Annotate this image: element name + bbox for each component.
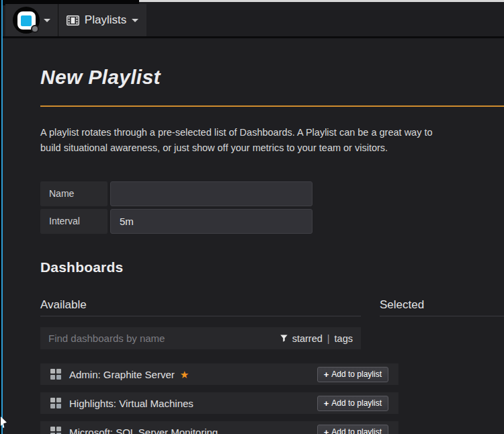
plus-icon: + [324,370,329,379]
available-column-heading: Available [40,298,361,316]
dashboard-grid-icon [50,398,61,408]
add-to-playlist-label: Add to playlist [331,370,382,379]
available-dashboard-list: Admin: Graphite Server ★ + Add to playli… [40,363,398,434]
dashboard-title: Microsoft: SQL Server Monitoring [69,427,218,434]
dashboard-grid-icon [50,427,61,434]
dashboard-search-input[interactable] [40,333,280,344]
filter-tags-link[interactable]: tags [335,333,353,344]
name-form-row: Name [40,181,312,206]
name-label: Name [40,181,108,206]
window-edge-blue-line [1,0,3,434]
filter-separator: | [327,333,330,344]
selected-column-heading: Selected [380,298,504,316]
dashboard-row: Microsoft: SQL Server Monitoring + Add t… [40,421,398,434]
playlists-label: Playlists [85,13,126,27]
plus-icon: + [324,428,329,434]
grafana-logo-cyan-square [21,15,32,26]
star-icon: ★ [180,370,189,380]
browser-top-strip [138,0,504,2]
dashboard-search-bar: starred | tags [40,327,361,349]
dashboard-grid-icon [50,369,61,380]
dashboard-row: Highlights: Virtual Machines + Add to pl… [40,392,398,414]
interval-label: Interval [40,209,108,234]
filter-starred-link[interactable]: starred [292,333,323,344]
navbar-bottom-band [0,36,504,38]
dashboard-title: Highlights: Virtual Machines [69,398,194,409]
grafana-logo [13,7,40,34]
playlists-dropdown-button[interactable]: Playlists [58,4,146,36]
caret-down-icon [132,19,138,22]
interval-form-row: Interval [40,209,312,234]
grafana-logo-menu-button[interactable] [5,4,58,36]
search-filters: starred | tags [280,333,361,344]
plus-icon: + [324,399,329,408]
dashboard-title: Admin: Graphite Server [69,369,175,380]
top-navbar: Playlists [0,0,504,38]
add-to-playlist-label: Add to playlist [331,398,382,408]
add-to-playlist-button[interactable]: + Add to playlist [317,425,388,434]
grafana-logo-dot [31,25,39,33]
interval-input[interactable] [110,209,312,234]
caret-down-icon [44,19,50,22]
page-title: New Playlist [40,66,161,89]
film-icon [67,15,79,26]
title-orange-rule [40,105,504,107]
dashboards-heading: Dashboards [40,259,123,275]
name-input[interactable] [110,181,312,206]
add-to-playlist-button[interactable]: + Add to playlist [317,367,388,382]
dashboard-row: Admin: Graphite Server ★ + Add to playli… [40,363,398,385]
add-to-playlist-button[interactable]: + Add to playlist [317,396,388,411]
playlist-form: Name Interval [40,181,312,236]
navbar-left-group: Playlists [5,4,146,36]
page-description: A playlist rotates through a pre-selecte… [40,125,444,157]
filter-funnel-icon [280,335,288,342]
add-to-playlist-label: Add to playlist [331,427,382,434]
